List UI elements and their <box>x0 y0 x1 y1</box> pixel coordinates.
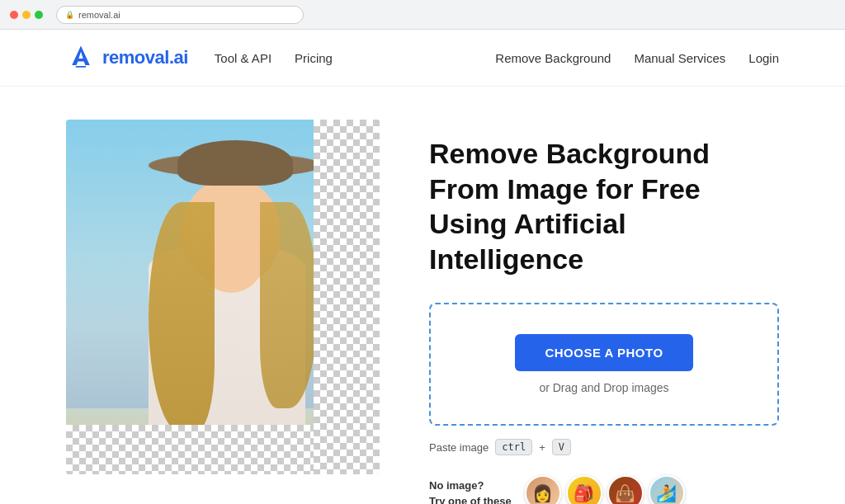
nav-tool-api[interactable]: Tool & API <box>215 51 271 65</box>
nav-remove-background[interactable]: Remove Background <box>495 51 611 65</box>
header: removal.ai Tool & API Pricing Remove Bac… <box>0 30 845 87</box>
main-content: Remove Background From Image for Free Us… <box>0 87 845 504</box>
paste-label: Paste image <box>429 441 489 454</box>
sample-thumb-4[interactable]: 🏄 <box>649 475 685 504</box>
nav-left: Tool & API Pricing <box>215 51 333 65</box>
v-key: V <box>552 439 571 455</box>
sample-thumb-2[interactable]: 🎒 <box>566 475 602 504</box>
nav-right: Remove Background Manual Services Login <box>495 51 779 65</box>
hero-title: Remove Background From Image for Free Us… <box>429 136 779 276</box>
sample-thumb-1-icon: 👩 <box>526 477 559 504</box>
page: removal.ai Tool & API Pricing Remove Bac… <box>0 30 845 504</box>
nav-login[interactable]: Login <box>748 51 779 65</box>
image-preview <box>66 120 380 474</box>
ctrl-key: ctrl <box>495 439 532 455</box>
maximize-button[interactable] <box>35 11 43 19</box>
sample-images: 👩 🎒 👜 🏄 <box>525 475 685 504</box>
no-image-text: No image? Try one of these <box>429 478 512 505</box>
drag-drop-text: or Drag and Drop images <box>539 381 668 394</box>
sample-thumb-2-icon: 🎒 <box>568 477 601 504</box>
nav-pricing[interactable]: Pricing <box>295 51 333 65</box>
lock-icon: 🔒 <box>65 11 74 19</box>
paste-area: Paste image ctrl + V <box>429 439 779 455</box>
sample-thumb-3-icon: 👜 <box>609 477 642 504</box>
sample-thumb-1[interactable]: 👩 <box>525 475 561 504</box>
nav-manual-services[interactable]: Manual Services <box>634 51 725 65</box>
no-image-section: No image? Try one of these 👩 🎒 👜 🏄 <box>429 475 779 504</box>
paste-plus: + <box>539 441 545 454</box>
close-button[interactable] <box>10 11 18 19</box>
address-bar[interactable]: 🔒 removal.ai <box>56 6 304 24</box>
address-text: removal.ai <box>78 10 120 20</box>
right-content: Remove Background From Image for Free Us… <box>429 120 779 504</box>
logo-icon <box>66 43 96 73</box>
browser-chrome: 🔒 removal.ai <box>0 0 845 30</box>
logo-link[interactable]: removal.ai <box>66 43 188 73</box>
logo-text: removal.ai <box>102 47 188 68</box>
minimize-button[interactable] <box>22 11 31 19</box>
choose-photo-button[interactable]: CHOOSE A PHOTO <box>515 334 692 371</box>
browser-window-controls <box>10 11 43 19</box>
sample-thumb-3[interactable]: 👜 <box>607 475 644 504</box>
sample-thumb-4-icon: 🏄 <box>650 477 683 504</box>
upload-dropzone[interactable]: CHOOSE A PHOTO or Drag and Drop images <box>429 303 779 426</box>
